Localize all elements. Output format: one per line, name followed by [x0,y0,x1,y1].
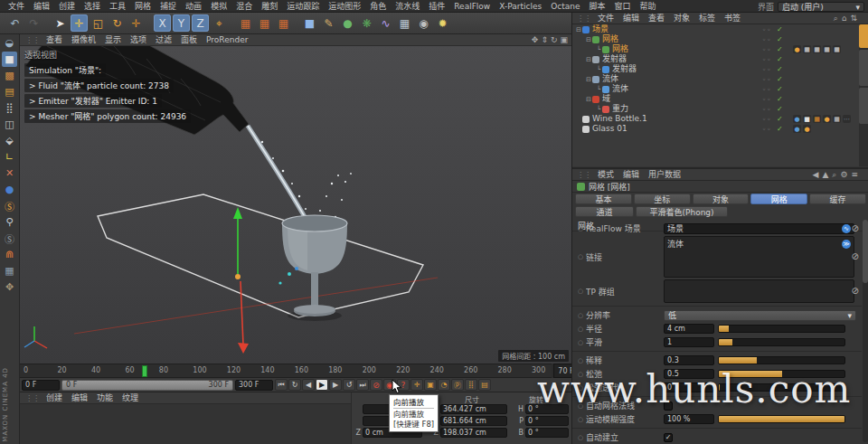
enabled-check-icon[interactable]: ✓ [777,115,783,123]
object-tag-icon[interactable]: ● [793,45,801,53]
rot-b-field[interactable]: 0 ° [525,428,569,438]
key-scale-button[interactable]: ▣ [424,379,437,391]
object-tag-icon[interactable]: ■ [803,115,811,123]
render-view-icon[interactable]: ▦ [237,14,254,32]
viewport-menu-item[interactable]: 过滤 [151,34,176,46]
texture-mode-icon[interactable]: ▩ [2,68,17,83]
scale-tool-icon[interactable]: ◱ [90,14,107,32]
selection-filter-button[interactable]: ▤ [478,379,491,391]
panel-grip-icon[interactable]: ⋮⋮ [575,14,593,23]
expand-toggle-icon[interactable]: ⊟ [575,26,582,33]
visibility-dots-icon[interactable]: ◦◦ [762,76,771,83]
tab-通道[interactable]: 通道 [575,206,634,217]
enabled-check-icon[interactable]: ✓ [777,65,783,73]
menubar-item[interactable]: 文件 [4,0,29,13]
menubar-item[interactable]: 运动图形 [324,0,365,13]
end-frame-field[interactable]: 300 F [235,380,273,391]
spline-icon[interactable]: ∿ [377,14,394,32]
menubar-item[interactable]: 编辑 [29,0,54,13]
tab-对象[interactable]: 对象 [693,194,750,204]
menubar-item[interactable]: RealFlow [449,0,495,13]
visibility-dots-icon[interactable]: ◦◦ [762,66,771,73]
menubar-item[interactable]: X-Particles [495,0,546,13]
anim-dot-icon[interactable]: ○ [578,339,586,346]
property-value-field[interactable]: 0.5 [664,369,714,379]
enabled-check-icon[interactable]: ✓ [777,85,783,93]
make-editable-icon[interactable]: ◒ [2,35,17,51]
rotate-tool-icon[interactable]: ↻ [108,14,126,32]
key-pla-button[interactable]: ⣿ [465,379,477,391]
play-loop-button[interactable]: ↻ [288,379,301,391]
object-row[interactable]: └流体◦◦✓ [572,84,860,94]
sort-icon[interactable]: ⇅ [850,14,857,24]
object-tag-icon[interactable]: ● [793,125,801,133]
property-value-field[interactable]: 0 [664,383,714,392]
frame-range-slider[interactable]: 0 F 300 F [61,380,233,391]
anim-dot-icon[interactable]: ○ [578,384,586,392]
object-row[interactable]: ⊟场景◦◦✓ [572,24,860,34]
timeline-ruler[interactable]: 0204060801001201401601802002202402602803… [20,364,552,378]
visibility-dots-icon[interactable]: ◦◦ [762,56,771,63]
viewport-menu-item[interactable]: 摄像机 [67,34,100,46]
material-menu-item[interactable]: 编辑 [67,392,92,404]
anim-dot-icon[interactable]: ○ [578,371,586,378]
visibility-dots-icon[interactable]: ◦◦ [762,36,771,43]
link-field[interactable]: 场景∿ [664,223,854,234]
anim-dot-icon[interactable]: ○ [578,312,586,319]
key-parameter-button[interactable]: Ⓟ [451,379,464,391]
gear-icon[interactable]: ⚙ [840,170,847,180]
property-checkbox[interactable]: ✓ [664,433,673,442]
visibility-dots-icon[interactable]: ◦◦ [762,46,771,53]
enabled-check-icon[interactable]: ✓ [777,125,783,133]
visibility-dots-icon[interactable]: ◦◦ [762,96,771,103]
object-manager-menu-item[interactable]: 查看 [644,13,669,24]
object-row[interactable]: ⊟流体◦◦✓ [572,74,860,84]
expand-toggle-icon[interactable]: ⊟ [585,96,592,103]
light-icon[interactable]: ✹ [434,14,451,32]
attribute-menu-item[interactable]: 模式 [593,169,618,181]
object-row[interactable]: ⊟域◦◦✓ [572,94,860,104]
object-tag-icon[interactable]: ▦ [803,45,811,53]
x-axis-lock-icon[interactable]: X [154,14,171,32]
expand-toggle-icon[interactable]: ⊟ [585,36,592,43]
back-icon[interactable]: ◀ [812,170,818,180]
move-tool-icon[interactable]: ✛ [71,14,88,32]
property-slider[interactable] [718,338,845,346]
tab-平滑着色(Phong)[interactable]: 平滑着色(Phong) [636,206,728,217]
render-picture-viewer-icon[interactable]: ▦ [256,14,273,32]
y-axis-lock-icon[interactable]: Y [173,14,190,32]
object-tag-icon[interactable]: ● [793,115,801,123]
menubar-item[interactable]: 网格 [130,0,156,13]
menubar-item[interactable]: 运动跟踪 [282,0,324,13]
edges-mode-icon[interactable]: ◫ [2,117,17,132]
search-icon[interactable]: ⌕ [832,170,836,180]
anim-dot-icon[interactable]: ○ [578,326,586,333]
anim-dot-icon[interactable]: ○ [578,416,586,423]
key-rotation-button[interactable]: ◔ [438,379,450,391]
xray-icon[interactable]: ✕ [2,165,17,181]
anim-dot-icon[interactable]: ○ [578,288,586,295]
prev-frame-button[interactable]: ◀ [302,379,315,391]
play-reverse-button[interactable]: ↺ [343,379,355,391]
object-manager-menu-item[interactable]: 书签 [720,13,745,24]
psr-icon[interactable]: ● [2,182,17,197]
property-value-field[interactable]: 100 % [664,414,714,424]
play-forward-button[interactable]: ▶ [316,379,328,391]
in-exclude-icon[interactable]: ≫ [842,240,851,249]
polygons-mode-icon[interactable]: ⬙ [2,133,17,148]
generator-icon[interactable]: ● [339,14,356,32]
enabled-check-icon[interactable]: ✓ [777,75,783,83]
exclude-icon[interactable]: ⊘ [852,287,859,296]
tab-structure[interactable] [859,88,868,124]
expand-toggle-icon[interactable]: ⊟ [585,76,592,83]
menubar-item[interactable]: 窗口 [609,0,635,13]
property-value-field[interactable]: 1 [664,337,714,347]
panel-grip-icon[interactable]: ⋮⋮ [24,36,42,44]
object-manager-menu-item[interactable]: 标签 [694,13,720,24]
tab-缓存[interactable]: 缓存 [809,194,866,204]
object-tag-icon[interactable]: ▦ [813,115,821,123]
menubar-item[interactable]: 选择 [80,0,105,13]
visibility-dots-icon[interactable]: ◦◦ [762,116,771,123]
tab-content-browser[interactable] [859,50,868,86]
up-icon[interactable]: ▲ [822,170,828,180]
